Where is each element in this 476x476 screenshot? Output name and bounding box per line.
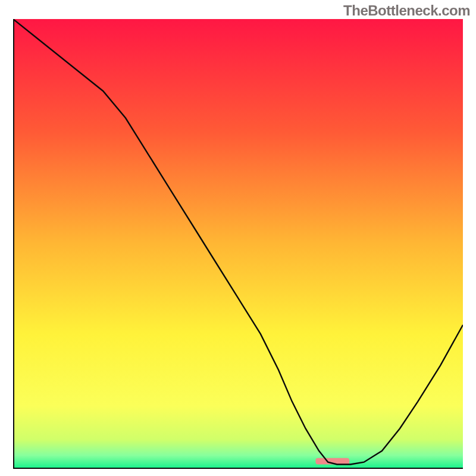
chart-background-gradient [13,19,463,469]
bottleneck-curve-chart [13,19,463,469]
chart-container: { "watermark": "TheBottleneck.com", "cha… [0,0,476,476]
watermark-text: TheBottleneck.com [343,2,470,19]
